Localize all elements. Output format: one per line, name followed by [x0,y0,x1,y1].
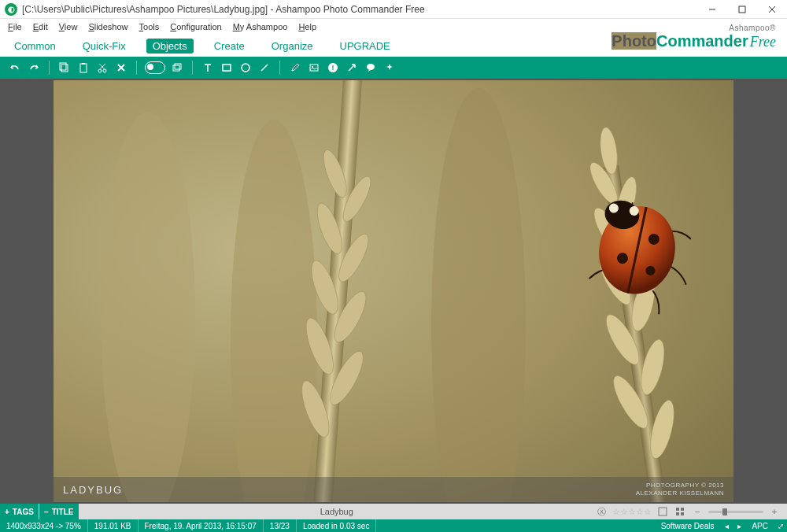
maximize-button[interactable] [727,0,757,19]
paste-icon[interactable] [75,59,92,76]
window-titlebar: ◐ [C:\Users\Public\Pictures\Ashampoo Pic… [0,0,787,19]
menu-file[interactable]: File [3,20,27,33]
ellipse-tool-icon[interactable] [237,59,254,76]
svg-rect-5 [60,63,66,70]
layers-icon[interactable] [168,59,186,76]
menu-help[interactable]: Help [294,20,321,33]
menu-slideshow[interactable]: Slideshow [83,20,132,33]
svg-rect-56 [681,512,684,515]
redo-icon[interactable] [25,59,42,76]
svg-rect-4 [61,65,68,72]
photo-viewport[interactable]: LADYBUG PHOTOGRAPHY © 2013 ALEXANDER KIS… [54,80,733,502]
image-caption-band: LADYBUG PHOTOGRAPHY © 2013 ALEXANDER KIS… [54,477,733,502]
rating-stars[interactable]: ☆☆☆☆☆ [612,507,652,517]
thumbnail-icon[interactable] [656,505,669,518]
tags-add-button[interactable]: +TAGS [0,504,39,519]
svg-point-8 [98,69,102,72]
tab-objects[interactable]: Objects [146,39,194,54]
speech-bubble-icon[interactable] [362,59,379,76]
image-caption: LADYBUG [63,484,123,496]
window-title: [C:\Users\Public\Pictures\Ashampoo Pictu… [22,4,425,15]
menubar: File Edit View Slideshow Tools Configura… [0,19,787,35]
status-apc: APC [745,519,774,532]
menu-edit[interactable]: Edit [28,20,53,33]
note-tool-icon[interactable]: ! [324,59,342,76]
image-tool-icon[interactable] [305,59,323,76]
copy-icon[interactable] [56,59,73,76]
minimize-button[interactable] [697,0,727,19]
grid-icon[interactable] [674,505,686,518]
menu-view[interactable]: View [54,20,83,33]
svg-rect-52 [659,508,667,515]
zoom-in-icon[interactable]: + [768,505,781,518]
text-tool-icon[interactable] [199,59,216,76]
toggle-switch-icon[interactable] [143,59,167,76]
info-bar: +TAGS −TITLE Ladybug ⓧ ☆☆☆☆☆ − + [0,504,787,519]
tab-organize[interactable]: Organize [265,39,320,54]
close-button[interactable] [757,0,787,19]
svg-point-18 [367,64,375,70]
image-credit: PHOTOGRAPHY © 2013 ALEXANDER KISSELMANN [636,482,724,497]
status-prev-icon[interactable]: ◂ [720,519,733,532]
app-icon: ◐ [5,3,17,16]
svg-rect-54 [681,508,684,511]
command-bar: Common Quick-Fix Objects Create Organize… [0,35,787,57]
menu-tools[interactable]: Tools [135,20,164,33]
zoom-slider[interactable] [708,511,763,513]
svg-point-13 [242,64,249,72]
clear-icon[interactable]: ⓧ [595,505,608,518]
filename-label: Ladybug [79,507,595,516]
svg-rect-53 [676,508,679,511]
status-next-icon[interactable]: ▸ [733,519,745,532]
rectangle-tool-icon[interactable] [218,59,235,76]
tab-quickfix[interactable]: Quick-Fix [76,39,132,54]
tab-create[interactable]: Create [208,39,251,54]
arrow-tool-icon[interactable] [343,59,360,76]
tab-common[interactable]: Common [8,39,62,54]
cut-icon[interactable] [94,59,111,76]
svg-rect-6 [80,64,87,72]
status-loaded: Loaded in 0.03 sec [297,519,377,532]
sparkle-tool-icon[interactable] [381,59,398,76]
menu-configuration[interactable]: Configuration [165,20,226,33]
svg-rect-12 [223,65,231,71]
line-tool-icon[interactable] [256,59,273,76]
canvas-area[interactable]: LADYBUG PHOTOGRAPHY © 2013 ALEXANDER KIS… [0,79,787,504]
svg-rect-55 [676,512,679,515]
svg-rect-11 [175,64,181,69]
svg-rect-1 [739,6,745,13]
status-bar: 1400x933x24 -> 75% 191.01 KB Freitag, 19… [0,519,787,532]
status-dimensions: 1400x933x24 -> 75% [0,519,88,532]
zoom-out-icon[interactable]: − [691,505,704,518]
svg-rect-7 [82,63,85,65]
svg-rect-10 [173,65,179,71]
delete-icon[interactable] [113,59,130,76]
status-datetime: Freitag, 19. April 2013, 16:15:07 [139,519,264,532]
svg-point-20 [101,112,195,502]
status-index: 13/23 [264,519,297,532]
menu-myashampoo[interactable]: My Ashampoo [228,20,293,33]
undo-icon[interactable] [6,59,24,76]
title-toggle-button[interactable]: −TITLE [39,504,79,519]
status-expand-icon[interactable]: ⤢ [774,519,787,532]
status-deals-link[interactable]: Software Deals [655,519,721,532]
svg-point-9 [103,69,106,72]
toolbar: ! [0,57,787,79]
status-filesize: 191.01 KB [88,519,139,532]
tab-upgrade[interactable]: UPGRADE [334,39,397,54]
svg-text:!: ! [332,64,334,72]
pencil-tool-icon[interactable] [286,59,304,76]
